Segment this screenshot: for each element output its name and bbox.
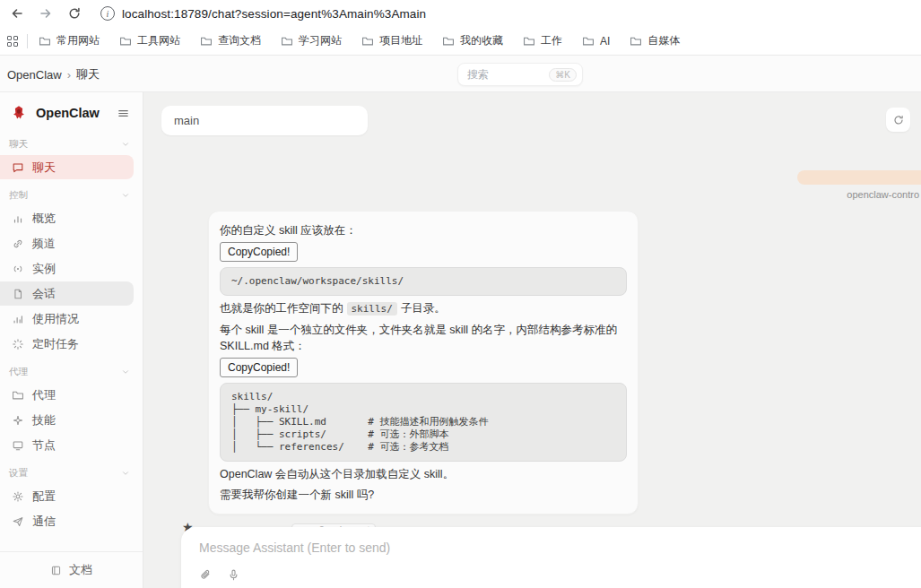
sidebar-docs-link[interactable]: 文档: [0, 551, 143, 588]
copy-button[interactable]: CopyCopied!: [220, 358, 298, 377]
folder-icon: [361, 35, 374, 48]
code-block-path: ~/.openclaw/workspace/skills/: [220, 267, 627, 296]
apps-grid-icon[interactable]: [7, 36, 18, 47]
bookmarks-bar: 常用网站 工具网站 查询文档 学习网站 项目地址 我的收藏 工作 AI 自媒体: [0, 27, 921, 56]
message-paragraph: 你的自定义 skill 应该放在：: [220, 222, 627, 238]
sidebar-item-comms[interactable]: 通信: [0, 509, 134, 533]
sidebar-item-sessions[interactable]: 会话: [0, 281, 134, 306]
reload-icon[interactable]: [65, 4, 84, 23]
page-header: OpenClaw › 聊天 ⌘K: [0, 56, 921, 92]
bookmark-folder[interactable]: 常用网站: [39, 33, 100, 48]
message-input[interactable]: [199, 540, 917, 555]
bookmark-folder[interactable]: 项目地址: [361, 33, 422, 48]
brand-name[interactable]: OpenClaw: [36, 106, 109, 120]
user-message-label: openclaw-contro: [143, 189, 919, 200]
sidebar-item-config[interactable]: 配置: [0, 484, 134, 508]
breadcrumb: OpenClaw › 聊天: [7, 66, 100, 82]
usage-chart-icon: [12, 313, 24, 325]
chevron-down-icon: [121, 469, 130, 478]
chat-bubble-icon: [12, 161, 24, 174]
document-icon: [12, 288, 24, 300]
bookmark-folder[interactable]: AI: [582, 35, 610, 48]
sidebar-group-agents[interactable]: 代理: [9, 364, 130, 379]
bookmark-folder[interactable]: 工具网站: [119, 33, 180, 48]
assistant-message-card: 你的自定义 skill 应该放在： CopyCopied! ~/.opencla…: [208, 211, 639, 514]
sidebar-item-chat[interactable]: 聊天: [0, 155, 134, 179]
search-input[interactable]: [467, 68, 549, 81]
sidebar-item-skills[interactable]: 技能: [0, 408, 134, 432]
microphone-icon: [227, 568, 240, 582]
chevron-down-icon: [121, 191, 130, 200]
sidebar-item-usage[interactable]: 使用情况: [0, 307, 134, 331]
message-composer[interactable]: [181, 527, 921, 588]
sidebar-group-control[interactable]: 控制: [9, 187, 130, 203]
monitor-icon: [12, 439, 24, 452]
sidebar-item-nodes[interactable]: 节点: [0, 433, 134, 457]
bookmark-folder[interactable]: 我的收藏: [442, 33, 503, 48]
scheduled-tasks-icon: [12, 338, 24, 350]
folder-icon: [630, 35, 642, 48]
sidebar-brand: OpenClaw: [0, 92, 143, 128]
hamburger-menu-icon[interactable]: [117, 107, 130, 120]
bookmark-folder[interactable]: 自媒体: [630, 33, 680, 48]
forward-icon[interactable]: [36, 4, 56, 23]
bookmark-folder[interactable]: 学习网站: [281, 33, 342, 48]
paperclip-icon: [199, 568, 213, 582]
chevron-down-icon: [121, 368, 130, 376]
folder-icon: [39, 35, 51, 48]
sparkle-icon: [12, 414, 24, 427]
site-info-icon[interactable]: i: [100, 6, 115, 21]
sidebar-item-agents[interactable]: 代理: [0, 383, 134, 407]
message-paragraph: 需要我帮你创建一个新 skill 吗?: [220, 487, 627, 503]
search-box[interactable]: ⌘K: [457, 63, 583, 86]
sidebar-item-instances[interactable]: 实例: [0, 256, 134, 281]
refresh-button[interactable]: [886, 108, 910, 132]
folder-icon: [281, 35, 293, 48]
search-shortcut-badge: ⌘K: [549, 68, 577, 82]
attach-button[interactable]: [199, 568, 213, 582]
link-icon: [12, 238, 24, 250]
refresh-icon: [892, 114, 905, 126]
bar-chart-icon: [12, 212, 24, 225]
bookmark-folder[interactable]: 查询文档: [200, 33, 261, 48]
paper-plane-icon: [12, 515, 24, 528]
folder-icon: [523, 35, 535, 48]
message-paragraph: 也就是你的工作空间下的skills/子目录。: [220, 300, 627, 317]
inline-code: skills/: [347, 302, 397, 316]
folder-icon: [442, 35, 455, 48]
sidebar-group-chat[interactable]: 聊天: [9, 136, 130, 151]
url-text[interactable]: localhost:18789/chat?session=agent%3Amai…: [122, 7, 426, 21]
broadcast-icon: [12, 263, 24, 275]
breadcrumb-page: 聊天: [76, 66, 100, 82]
copy-button[interactable]: CopyCopied!: [220, 242, 298, 262]
bookmarks-separator: [27, 34, 28, 48]
mic-button[interactable]: [227, 568, 240, 582]
sidebar-item-cron[interactable]: 定时任务: [0, 332, 134, 356]
openclaw-logo-icon: [9, 103, 29, 123]
folder-icon: [582, 35, 595, 48]
message-paragraph: OpenClaw 会自动从这个目录加载自定义 skill。: [220, 466, 627, 482]
folder-icon: [200, 35, 213, 48]
address-bar[interactable]: i localhost:18789/chat?session=agent%3Am…: [100, 6, 426, 21]
folder-icon: [12, 389, 24, 402]
breadcrumb-app[interactable]: OpenClaw: [7, 68, 62, 82]
message-paragraph: 每个 skill 是一个独立的文件夹，文件夹名就是 skill 的名字，内部结构…: [220, 322, 627, 354]
browser-window: i localhost:18789/chat?session=agent%3Am…: [0, 0, 921, 588]
chat-main: main openclaw-contro 你的自定义 skill 应该放在： C…: [143, 92, 921, 588]
folder-icon: [119, 35, 132, 48]
sidebar: OpenClaw 聊天 聊天 控制 概览 频道: [0, 92, 143, 588]
sidebar-item-overview[interactable]: 概览: [0, 206, 134, 230]
user-message-bubble: [797, 170, 921, 185]
bookmark-folder[interactable]: 工作: [523, 33, 562, 48]
code-block-tree: skills/ ├── my-skill/ │ ├── SKILL.md # 技…: [220, 383, 627, 462]
gear-icon: [12, 490, 24, 503]
sidebar-group-settings[interactable]: 设置: [9, 465, 130, 480]
breadcrumb-separator: ›: [67, 68, 71, 82]
book-icon: [50, 565, 62, 576]
session-name-pill[interactable]: main: [161, 106, 368, 135]
chevron-down-icon: [121, 140, 130, 149]
sidebar-item-channels[interactable]: 频道: [0, 231, 134, 255]
browser-toolbar: i localhost:18789/chat?session=agent%3Am…: [0, 0, 921, 27]
back-icon[interactable]: [7, 4, 27, 23]
